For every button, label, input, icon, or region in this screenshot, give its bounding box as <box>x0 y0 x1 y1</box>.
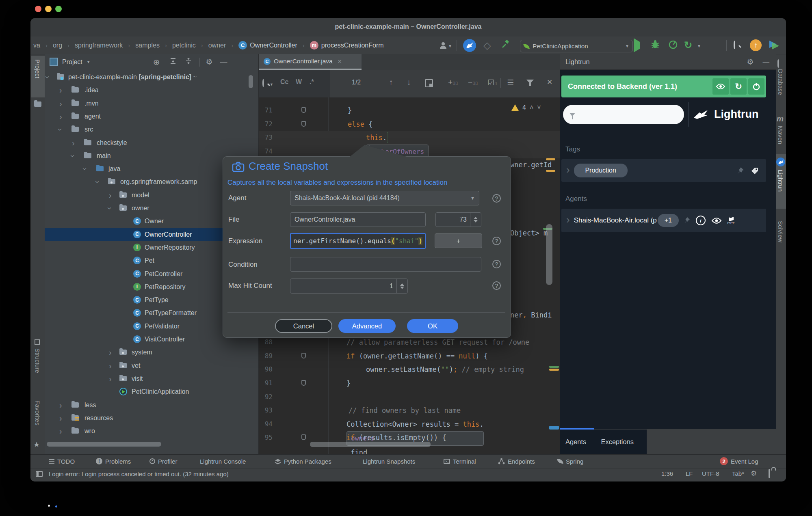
line-number[interactable]: 92 <box>259 390 273 404</box>
tree-item-resources[interactable]: ›resources <box>45 412 258 425</box>
chevron-expanded-icon[interactable]: › <box>45 76 54 79</box>
tool-tab-structure[interactable]: Structure <box>34 348 41 373</box>
tool-window-button-lightrun-snapshots[interactable]: Lightrun Snapshots <box>363 454 415 468</box>
line-number-stepper[interactable] <box>470 213 481 227</box>
breadcrumb-item[interactable]: org <box>53 42 62 49</box>
status-message[interactable]: Login error: Login process canceled or t… <box>49 471 229 477</box>
run-button[interactable] <box>634 42 640 49</box>
debug-button[interactable] <box>650 39 660 51</box>
gutter-bookmark-icon[interactable] <box>301 353 306 358</box>
expand-chevron-icon[interactable]: › <box>566 164 570 176</box>
lightrun-search-input[interactable] <box>563 105 684 124</box>
editor-tab-ownercontroller[interactable]: C OwnerController.java ✕ <box>259 54 362 69</box>
search-options-icon[interactable]: ☰ <box>507 78 514 87</box>
tree-item-less[interactable]: ›less <box>45 399 258 412</box>
gutter-bookmark-icon[interactable] <box>301 380 306 386</box>
remove-occurrence-icon[interactable]: −⌷⌷ <box>468 78 478 87</box>
close-tab-icon[interactable]: ✕ <box>338 58 342 65</box>
search-in-selection-icon[interactable] <box>425 79 433 87</box>
agent-select[interactable]: Shais-MacBook-Air.local (pid 44184) ▼ <box>290 191 479 205</box>
user-dropdown-icon[interactable]: ▼ <box>448 44 452 48</box>
minimize-window-button[interactable] <box>45 6 52 12</box>
watch-icon[interactable] <box>712 78 729 95</box>
tool-window-button-terminal[interactable]: >_Terminal <box>444 454 476 468</box>
select-all-occurrences-icon[interactable]: ☑⌷ <box>487 78 497 87</box>
tool-window-toggle-icon[interactable] <box>36 471 43 477</box>
tree-item-root[interactable]: ›pet-clinic-example-main [spring-petclin… <box>45 71 258 84</box>
chevron-expanded-icon[interactable]: › <box>54 128 67 131</box>
tool-tab-project[interactable]: Project <box>34 59 41 78</box>
info-icon[interactable]: i <box>696 216 706 225</box>
encoding-indicator[interactable]: UTF-8 <box>702 470 719 477</box>
caret-position[interactable]: 1:36 <box>661 470 673 477</box>
star-icon[interactable]: ★ <box>33 440 40 449</box>
expand-chevron-icon[interactable]: › <box>566 214 570 226</box>
tree-item-vet[interactable]: ›vet <box>45 359 258 372</box>
chevron-collapsed-icon[interactable]: › <box>109 346 112 359</box>
tool-window-button-python-packages[interactable]: Python Packages <box>275 454 331 468</box>
database-icon[interactable] <box>777 60 779 67</box>
chevron-collapsed-icon[interactable]: › <box>59 110 62 123</box>
search-everywhere-icon[interactable] <box>734 41 735 49</box>
regex-toggle[interactable]: .* <box>310 78 314 86</box>
inspections-gear-icon[interactable]: ⚙ <box>751 469 757 478</box>
breadcrumb-item[interactable]: springframework <box>75 42 123 49</box>
max-hit-count-input[interactable]: 1 <box>290 279 408 294</box>
tree-item-src[interactable]: ›src <box>45 123 258 136</box>
line-number[interactable]: 93 <box>259 404 273 417</box>
line-ending-indicator[interactable]: LF <box>686 470 693 477</box>
gutter-bookmark-icon[interactable] <box>301 107 306 113</box>
tab-agents[interactable]: Agents <box>565 438 586 446</box>
whole-words-toggle[interactable]: W <box>296 78 302 86</box>
chevron-collapsed-icon[interactable]: › <box>109 189 112 202</box>
chevron-expanded-icon[interactable]: › <box>67 154 80 157</box>
power-icon[interactable] <box>748 78 764 95</box>
line-number[interactable]: 94 <box>259 417 273 431</box>
breadcrumb-item[interactable]: petclinic <box>172 42 196 49</box>
tool-window-button-endpoints[interactable]: Endpoints <box>498 454 535 468</box>
tool-tab-favorites[interactable]: Favorites <box>34 400 41 425</box>
chevron-collapsed-icon[interactable]: › <box>59 97 62 110</box>
cancel-button[interactable]: Cancel <box>275 319 332 333</box>
unlock-icon[interactable] <box>769 470 770 477</box>
next-warning-icon[interactable]: ˅ <box>537 104 541 111</box>
editor-vertical-scrollbar[interactable] <box>546 224 552 285</box>
file-input[interactable]: OwnerController.java <box>290 212 426 227</box>
chevron-collapsed-icon[interactable]: › <box>109 372 112 385</box>
line-number[interactable]: 95 <box>259 431 273 445</box>
tree-item-.idea[interactable]: ›.idea <box>45 84 258 97</box>
tag-row-production[interactable]: › Production <box>561 159 766 182</box>
lightrun-tab-icon[interactable] <box>776 158 785 166</box>
add-expression-button[interactable]: + <box>435 233 482 248</box>
chevron-collapsed-icon[interactable]: › <box>59 425 62 438</box>
run-with-coverage-icon[interactable]: ↻ <box>684 39 692 51</box>
prev-warning-icon[interactable]: ˄ <box>530 104 533 111</box>
chevron-expanded-icon[interactable]: › <box>104 207 117 210</box>
pipe-icon[interactable]: PIPE <box>728 216 735 225</box>
line-number[interactable]: 91 <box>259 376 273 390</box>
line-number[interactable]: 71 <box>259 104 273 117</box>
expression-input[interactable]: ner.getFirstName().equals("shai") <box>290 233 426 249</box>
structure-icon[interactable] <box>35 339 40 345</box>
project-view-title[interactable]: Project <box>62 58 82 66</box>
event-log-button[interactable]: 2 Event Log <box>720 454 758 468</box>
breadcrumb-item-class[interactable]: COwnerController <box>238 41 297 50</box>
watch-icon[interactable] <box>711 217 722 224</box>
find-magnifier-icon[interactable] <box>262 80 264 87</box>
tree-item-agent[interactable]: ›agent <box>45 110 258 123</box>
gutter-bookmark-icon[interactable] <box>301 121 306 127</box>
tree-item-checkstyle[interactable]: ›checkstyle <box>45 136 258 149</box>
previous-match-icon[interactable]: ↑ <box>389 78 393 87</box>
chevron-expanded-icon[interactable]: › <box>91 181 104 184</box>
tool-tab-database[interactable]: Database <box>777 69 784 95</box>
expand-all-icon[interactable] <box>169 57 177 67</box>
filter-icon[interactable] <box>526 80 534 86</box>
pin-icon[interactable] <box>684 217 690 224</box>
max-hit-help-icon[interactable]: ? <box>492 281 501 290</box>
tool-tab-sciview[interactable]: SciView <box>777 221 784 242</box>
breadcrumb-item-method[interactable]: mprocessCreationForm <box>310 41 384 50</box>
tool-window-button-problems[interactable]: !Problems <box>96 454 131 468</box>
indent-indicator[interactable]: Tab* <box>732 470 744 477</box>
line-number[interactable]: 73 <box>259 131 273 145</box>
tab-exceptions[interactable]: Exceptions <box>601 438 634 446</box>
